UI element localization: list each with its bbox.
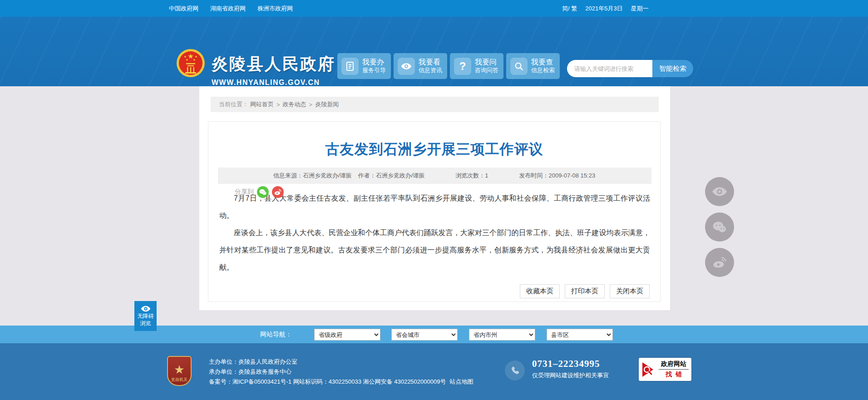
info-search-button[interactable]: 我要查 信息检索: [506, 53, 560, 79]
brand: 炎陵县人民政府 WWW.HNYANLING.GOV.CN: [212, 53, 335, 87]
error-finder-icon: [641, 361, 656, 378]
quick-button-subtitle: 信息资讯: [419, 67, 442, 74]
article-actions: 收藏本页 打印本页 关闭本页: [520, 284, 650, 298]
meta-source-label: 信息来源：: [273, 172, 303, 179]
eye-icon[interactable]: [705, 177, 734, 206]
close-page-button[interactable]: 关闭本页: [610, 284, 650, 298]
quick-button-title: 我要查: [531, 58, 555, 67]
svg-text:★: ★: [193, 58, 196, 61]
weibo-icon[interactable]: [705, 248, 734, 277]
current-date: 2021年5月3日: [585, 5, 622, 13]
content-card: 当前位置： 网站首页 > 政务动态 > 炎陵新闻 古友发到石洲乡开展三项工作评议…: [199, 86, 670, 310]
link-china-gov[interactable]: 中国政府网: [169, 5, 198, 13]
footer-nav-strip: 网站导航： 省级政府 省会城市 省内市州 县市区: [0, 326, 868, 343]
question-icon: ?: [454, 58, 471, 75]
eye-icon: [398, 58, 415, 75]
site-map-link[interactable]: 站点地图: [449, 378, 473, 385]
meta-time-label: 发布时间：: [519, 172, 548, 179]
error-badge-line1: 政府网站: [659, 360, 689, 370]
bookmark-page-button[interactable]: 收藏本页: [520, 284, 560, 298]
footer-info: 主办单位：炎陵县人民政府办公室 承办单位：炎陵县政务服务中心 备案号：湘ICP备…: [209, 357, 473, 387]
meta-source-value: 石洲乡党政办/谭振: [303, 172, 352, 179]
article-title: 古友发到石洲乡开展三项工作评议: [208, 140, 660, 159]
eye-icon: [141, 306, 151, 312]
content-area: 当前位置： 网站首页 > 政务动态 > 炎陵新闻 古友发到石洲乡开展三项工作评议…: [0, 86, 868, 326]
error-badge-line2: 找错: [659, 370, 689, 379]
organizer-label: 主办单位：: [209, 358, 238, 365]
link-zhuzhou-gov[interactable]: 株洲市政府网: [257, 5, 293, 13]
paragraph: 7月7日，县人大常委会主任古友发、副主任张若平率队到石洲乡开展建设、劳动人事和社…: [219, 190, 650, 224]
breadcrumb-separator: >: [309, 101, 313, 108]
breadcrumb-gov-news[interactable]: 政务动态: [283, 100, 306, 109]
shield-emblem-icon: ★: [174, 364, 184, 375]
capital-city-select[interactable]: 省会城市: [391, 329, 458, 341]
breadcrumb-label: 当前位置：: [219, 100, 248, 109]
quick-button-title: 我要办: [362, 58, 386, 67]
phone-note: 仅受理网站建设维护相关事宜: [532, 371, 609, 380]
gov-links: 中国政府网 湖南省政府网 株洲市政府网: [169, 0, 293, 17]
current-weekday: 星期一: [631, 5, 649, 13]
province-cities-select[interactable]: 省内市州: [469, 329, 535, 341]
share-widget: 分享到: [235, 186, 284, 198]
meta-author-label: 作者：: [358, 172, 376, 179]
search-input[interactable]: [567, 60, 652, 77]
quick-button-title: 我要问: [475, 58, 498, 67]
weibo-share-icon[interactable]: [272, 186, 284, 198]
svg-text:★: ★: [195, 55, 197, 58]
page: 中国政府网 湖南省政府网 株洲市政府网 简/ 繁 2021年5月3日 星期一 ★…: [0, 0, 868, 400]
icp-record: 备案号：湘ICP备05003421号-1 网站标识码：4302250033 湘公…: [209, 378, 446, 385]
site-url: WWW.HNYANLING.GOV.CN: [212, 79, 335, 87]
breadcrumb-yanling-news[interactable]: 炎陵新闻: [315, 100, 339, 109]
breadcrumb-separator: >: [276, 101, 280, 108]
undertaker-value: 炎陵县政务服务中心: [238, 368, 291, 375]
site-nav-label: 网站导航：: [260, 326, 292, 343]
link-hunan-gov[interactable]: 湖南省政府网: [210, 5, 246, 13]
quick-button-title: 我要看: [419, 58, 442, 67]
wechat-share-icon[interactable]: [257, 186, 269, 198]
consult-qa-button[interactable]: ? 我要问 咨询问答: [450, 53, 503, 79]
meta-views-label: 浏览次数：: [455, 172, 485, 179]
quick-button-subtitle: 服务引导: [362, 67, 386, 74]
undertaker-label: 承办单位：: [209, 368, 238, 375]
shield-label: 党政机关: [171, 377, 187, 383]
gov-website-error-report-badge[interactable]: 政府网站 找错: [638, 357, 692, 381]
accessibility-browse-button[interactable]: 无障碍 浏览: [134, 301, 157, 331]
svg-text:★: ★: [184, 55, 187, 58]
quick-button-subtitle: 咨询问答: [475, 67, 498, 74]
contact-phone: 0731–22234995: [532, 358, 600, 370]
site-title: 炎陵县人民政府: [212, 53, 335, 75]
party-gov-shield-badge: ★ 党政机关: [167, 356, 192, 386]
site-search: 智能检索: [567, 60, 693, 77]
info-news-button[interactable]: 我要看 信息资讯: [394, 53, 447, 79]
article-body: 7月7日，县人大常委会主任古友发、副主任张若平率队到石洲乡开展建设、劳动人事和社…: [219, 190, 650, 276]
breadcrumb-home[interactable]: 网站首页: [250, 100, 274, 109]
national-emblem-logo: ★ ★ ★ ★ ★: [176, 49, 205, 78]
site-footer: ★ 党政机关 主办单位：炎陵县人民政府办公室 承办单位：炎陵县政务服务中心 备案…: [0, 343, 868, 400]
meta-author-value: 石洲乡党政办/谭振: [376, 172, 425, 179]
article-meta: 信息来源：石洲乡党政办/谭振 作者：石洲乡党政办/谭振 浏览次数：1 发布时间：…: [218, 168, 651, 184]
accessibility-label-line2: 浏览: [140, 320, 151, 326]
svg-text:★: ★: [186, 58, 188, 61]
paragraph: 座谈会上，该乡县人大代表、民营企业和个体工商户代表们踊跃发言，大家对三个部门的日…: [219, 224, 650, 276]
wechat-icon[interactable]: [705, 212, 734, 242]
provincial-gov-select[interactable]: 省级政府: [314, 329, 380, 341]
organizer-value: 炎陵县人民政府办公室: [238, 358, 297, 365]
print-page-button[interactable]: 打印本页: [565, 284, 605, 298]
service-guide-button[interactable]: 我要办 服务引导: [337, 53, 391, 79]
meta-time-value: 2009-07-08 15:23: [548, 172, 595, 179]
floating-share-bar: [705, 177, 734, 277]
share-label: 分享到: [235, 188, 254, 196]
article: 古友发到石洲乡开展三项工作评议 信息来源：石洲乡党政办/谭振 作者：石洲乡党政办…: [208, 121, 661, 302]
top-bar: 中国政府网 湖南省政府网 株洲市政府网 简/ 繁 2021年5月3日 星期一: [0, 0, 868, 17]
search-icon: [510, 58, 528, 75]
lang-toggle[interactable]: 简/ 繁: [562, 5, 577, 13]
meta-views-value: 1: [485, 172, 488, 179]
quick-button-subtitle: 信息检索: [531, 67, 555, 74]
accessibility-label-line1: 无障碍: [138, 313, 154, 319]
document-icon: [341, 58, 359, 75]
county-district-select[interactable]: 县市区: [547, 329, 613, 341]
phone-icon: [505, 360, 525, 380]
breadcrumb: 当前位置： 网站首页 > 政务动态 > 炎陵新闻: [211, 97, 659, 112]
smart-search-button[interactable]: 智能检索: [652, 60, 693, 77]
quick-service-buttons: 我要办 服务引导 我要看 信息资讯 ? 我要问 咨询问答: [337, 53, 560, 79]
